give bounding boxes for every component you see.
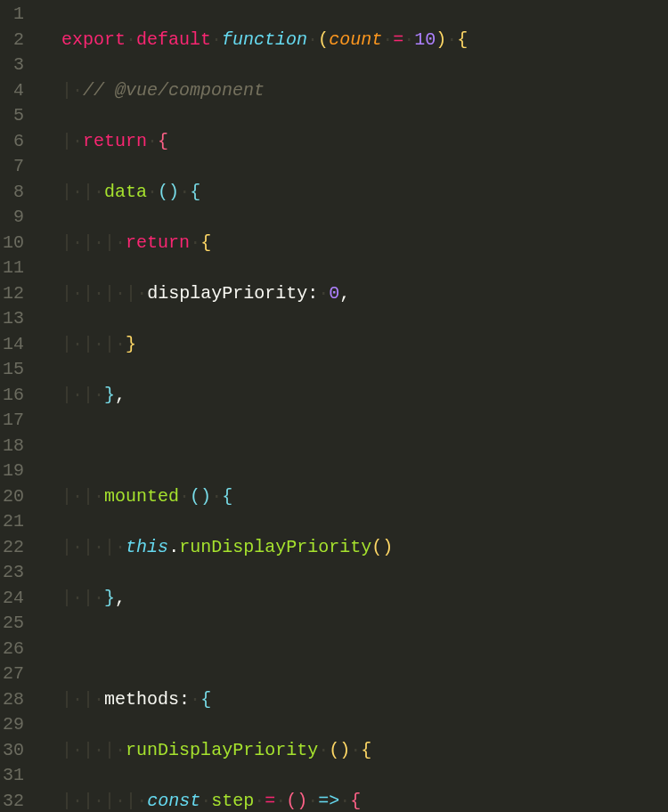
line-number: 32 bbox=[0, 789, 24, 813]
line-number: 11 bbox=[0, 256, 24, 281]
code-line[interactable]: export·default·function·(count·=·10)·{ bbox=[40, 28, 668, 53]
code-line[interactable] bbox=[40, 637, 668, 662]
line-number: 17 bbox=[0, 408, 24, 434]
code-area[interactable]: export·default·function·(count·=·10)·{ |… bbox=[40, 2, 668, 812]
code-line[interactable]: |·|·|·this.runDisplayPriority() bbox=[40, 535, 668, 561]
line-number: 29 bbox=[0, 712, 24, 738]
line-number-gutter: 1 2 3 4 5 6 7 8 9 10 11 12 13 14 15 16 1… bbox=[0, 2, 40, 812]
line-number: 7 bbox=[0, 154, 24, 180]
line-number: 3 bbox=[0, 53, 24, 78]
line-number: 25 bbox=[0, 611, 24, 637]
line-number: 31 bbox=[0, 763, 24, 789]
line-number: 23 bbox=[0, 560, 24, 586]
code-line[interactable]: |·|·|·runDisplayPriority·()·{ bbox=[40, 738, 668, 764]
code-line[interactable]: |·|·|·|·const·step·=·()·=>·{ bbox=[40, 789, 668, 813]
code-line[interactable]: |·|·|·|·displayPriority:·0, bbox=[40, 281, 668, 307]
line-number: 18 bbox=[0, 434, 24, 459]
line-number: 1 bbox=[0, 2, 24, 28]
line-number: 16 bbox=[0, 383, 24, 409]
line-number: 21 bbox=[0, 509, 24, 535]
line-number: 12 bbox=[0, 281, 24, 307]
code-editor[interactable]: 1 2 3 4 5 6 7 8 9 10 11 12 13 14 15 16 1… bbox=[0, 0, 668, 812]
code-line[interactable]: |·|·}, bbox=[40, 586, 668, 612]
line-number: 4 bbox=[0, 78, 24, 104]
line-number: 10 bbox=[0, 231, 24, 256]
code-line[interactable]: |·|·methods:·{ bbox=[40, 687, 668, 713]
line-number: 28 bbox=[0, 687, 24, 713]
code-line[interactable]: |·|·|·} bbox=[40, 332, 668, 358]
code-line[interactable]: |·|·data·()·{ bbox=[40, 180, 668, 206]
line-number: 2 bbox=[0, 28, 24, 53]
line-number: 15 bbox=[0, 357, 24, 383]
line-number: 9 bbox=[0, 205, 24, 231]
line-number: 14 bbox=[0, 332, 24, 358]
line-number: 26 bbox=[0, 637, 24, 662]
line-number: 6 bbox=[0, 129, 24, 155]
code-line[interactable]: |·// @vue/component bbox=[40, 78, 668, 104]
code-line[interactable]: |·|·mounted·()·{ bbox=[40, 484, 668, 510]
line-number: 13 bbox=[0, 306, 24, 332]
code-line[interactable]: |·return·{ bbox=[40, 129, 668, 155]
code-line[interactable]: |·|·}, bbox=[40, 383, 668, 409]
line-number: 20 bbox=[0, 484, 24, 510]
line-number: 27 bbox=[0, 662, 24, 687]
line-number: 30 bbox=[0, 738, 24, 764]
line-number: 24 bbox=[0, 586, 24, 612]
code-line[interactable] bbox=[40, 434, 668, 459]
code-line[interactable]: |·|·|·return·{ bbox=[40, 231, 668, 256]
line-number: 22 bbox=[0, 535, 24, 561]
line-number: 8 bbox=[0, 180, 24, 206]
line-number: 19 bbox=[0, 459, 24, 484]
line-number: 5 bbox=[0, 103, 24, 129]
